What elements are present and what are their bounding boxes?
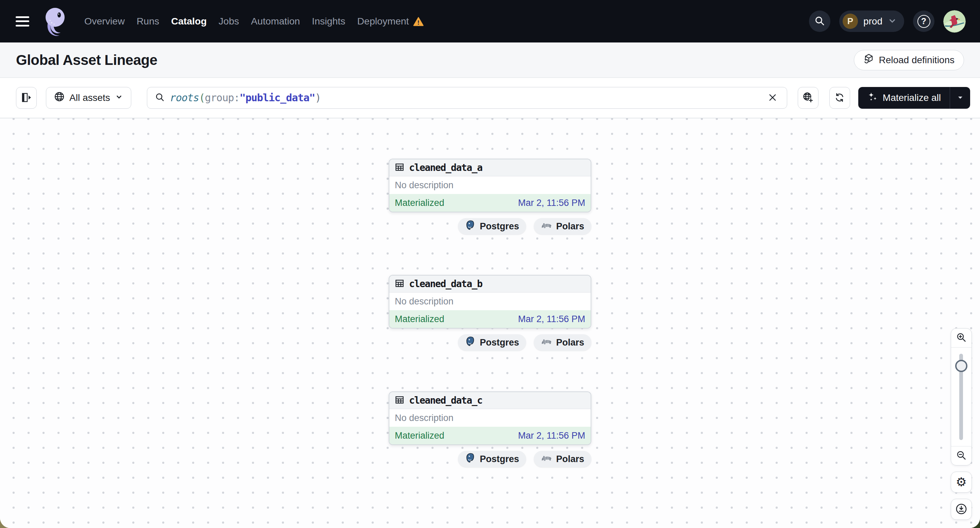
warning-icon — [413, 16, 424, 27]
nav-item-deployment[interactable]: Deployment — [357, 16, 423, 27]
asset-node-cleaned-data-a[interactable]: cleaned_data_a No description Materializ… — [389, 159, 591, 212]
materialization-timestamp-link[interactable]: Mar 2, 11:56 PM — [518, 314, 585, 325]
materialize-options-button[interactable] — [950, 87, 970, 109]
asset-selection-input[interactable]: roots(group:"public_data") — [147, 87, 787, 109]
page-header: Global Asset Lineage Reload definitions — [0, 43, 980, 78]
lineage-canvas[interactable]: cleaned_data_a No description Materializ… — [0, 118, 980, 528]
tag-polars[interactable]: Polars — [534, 335, 591, 350]
zoom-out-button[interactable] — [951, 446, 972, 465]
postgres-icon — [465, 453, 476, 466]
sparkles-icon — [867, 91, 878, 105]
tag-postgres[interactable]: Postgres — [458, 335, 527, 350]
globe-add-icon — [802, 92, 814, 104]
search-icon — [155, 92, 165, 104]
status-badge: Materialized — [395, 314, 444, 325]
asset-node-header: cleaned_data_b — [389, 276, 591, 293]
app-window: Overview Runs Catalog Jobs Automation In… — [0, 0, 980, 528]
zoom-in-icon — [956, 332, 967, 344]
asset-status-row: Materialized Mar 2, 11:56 PM — [389, 194, 591, 212]
user-avatar[interactable] — [943, 10, 966, 33]
asset-node-wrapper: cleaned_data_a No description Materializ… — [389, 159, 591, 235]
graph-settings-button[interactable]: ⚙ — [951, 472, 972, 493]
selection-query-text: roots(group:"public_data") — [170, 92, 765, 104]
tag-polars[interactable]: Polars — [534, 451, 591, 467]
chevron-down-icon — [115, 92, 123, 104]
asset-status-row: Materialized Mar 2, 11:56 PM — [389, 427, 591, 444]
status-badge: Materialized — [395, 430, 444, 441]
nav-item-catalog[interactable]: Catalog — [171, 16, 207, 27]
asset-description: No description — [389, 293, 591, 310]
navbar-right-cluster: P prod ? — [809, 10, 966, 33]
deployment-switcher[interactable]: P prod — [839, 11, 904, 32]
nav-item-jobs[interactable]: Jobs — [219, 16, 239, 27]
caret-down-icon — [956, 94, 964, 102]
lineage-toolbar: All assets roots(group:"public_data") — [0, 78, 980, 118]
page-title: Global Asset Lineage — [16, 52, 158, 68]
asset-node-cleaned-data-c[interactable]: cleaned_data_c No description Materializ… — [389, 392, 591, 445]
zoom-in-button[interactable] — [951, 328, 972, 347]
polars-icon — [541, 454, 552, 465]
postgres-icon — [465, 336, 476, 349]
tag-polars[interactable]: Polars — [534, 218, 591, 235]
nav-item-overview[interactable]: Overview — [84, 16, 125, 27]
zoom-control-panel — [951, 328, 972, 466]
asset-tag-row: Postgres Polars — [389, 218, 591, 235]
materialize-all-button[interactable]: Materialize all — [858, 87, 950, 109]
primary-nav: Overview Runs Catalog Jobs Automation In… — [84, 16, 424, 27]
tag-postgres[interactable]: Postgres — [458, 218, 527, 235]
asset-status-row: Materialized Mar 2, 11:56 PM — [389, 310, 591, 328]
materialization-timestamp-link[interactable]: Mar 2, 11:56 PM — [518, 430, 585, 441]
asset-node-wrapper: cleaned_data_c No description Materializ… — [389, 392, 591, 467]
reload-definitions-icon — [863, 53, 874, 67]
materialize-split-button: Materialize all — [858, 87, 970, 109]
asset-node-header: cleaned_data_a — [389, 159, 591, 176]
menu-icon[interactable] — [16, 16, 29, 27]
asset-scope-dropdown[interactable]: All assets — [46, 87, 131, 109]
refresh-icon — [834, 92, 845, 104]
panel-expand-icon — [21, 92, 32, 104]
globe-icon — [54, 91, 65, 105]
gear-icon: ⚙ — [956, 476, 967, 488]
tag-postgres[interactable]: Postgres — [458, 451, 527, 467]
asset-node-header: cleaned_data_c — [389, 392, 591, 409]
asset-tag-row: Postgres Polars — [389, 451, 591, 467]
asset-description: No description — [389, 176, 591, 194]
asset-tag-row: Postgres Polars — [389, 335, 591, 350]
refresh-button[interactable] — [829, 87, 850, 109]
asset-node-cleaned-data-b[interactable]: cleaned_data_b No description Materializ… — [389, 275, 591, 328]
status-badge: Materialized — [395, 198, 444, 208]
reload-definitions-button[interactable]: Reload definitions — [854, 50, 964, 70]
download-image-button[interactable] — [951, 499, 972, 520]
open-left-panel-button[interactable] — [16, 87, 37, 109]
top-navbar: Overview Runs Catalog Jobs Automation In… — [0, 0, 980, 43]
materialization-timestamp-link[interactable]: Mar 2, 11:56 PM — [518, 198, 585, 208]
table-icon — [395, 395, 405, 406]
zoom-slider[interactable] — [951, 347, 972, 446]
zoom-out-icon — [956, 450, 967, 462]
deployment-name: prod — [863, 16, 882, 27]
nav-item-insights[interactable]: Insights — [312, 16, 345, 27]
search-icon — [814, 15, 825, 27]
chevron-down-icon — [888, 16, 897, 27]
asset-node-wrapper: cleaned_data_b No description Materializ… — [389, 275, 591, 350]
dagster-logo-icon — [40, 5, 69, 38]
table-icon — [395, 162, 405, 174]
zoom-slider-handle[interactable] — [955, 360, 967, 372]
nav-item-automation[interactable]: Automation — [251, 16, 300, 27]
asset-name: cleaned_data_b — [409, 278, 482, 290]
postgres-icon — [465, 220, 476, 233]
nav-item-runs[interactable]: Runs — [137, 16, 159, 27]
help-button[interactable]: ? — [913, 11, 934, 32]
deployment-avatar: P — [843, 14, 858, 29]
polars-icon — [541, 221, 552, 232]
new-selection-button[interactable] — [798, 87, 818, 109]
asset-description: No description — [389, 409, 591, 427]
asset-name: cleaned_data_c — [409, 395, 482, 406]
table-icon — [395, 278, 405, 290]
clear-query-button[interactable] — [765, 90, 780, 105]
help-icon: ? — [918, 15, 931, 28]
polars-icon — [541, 338, 552, 348]
global-search-button[interactable] — [809, 11, 830, 32]
asset-name: cleaned_data_a — [409, 162, 482, 173]
download-icon — [955, 503, 967, 516]
